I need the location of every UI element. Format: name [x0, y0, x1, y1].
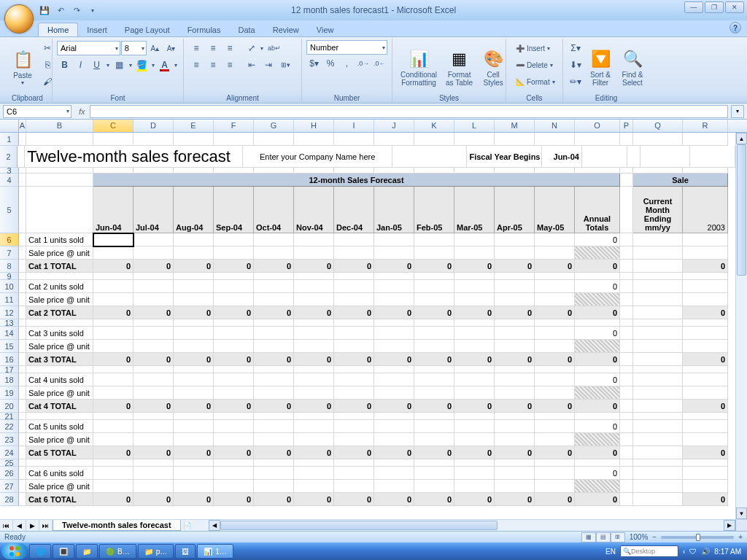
cat-total[interactable]: 0	[133, 446, 174, 459]
cell[interactable]	[683, 373, 728, 386]
cat-total[interactable]: 0	[334, 400, 374, 413]
fill-button[interactable]: ⬇▾	[568, 57, 584, 73]
month-header[interactable]: Aug-04	[174, 187, 214, 233]
cell[interactable]	[683, 133, 728, 146]
row-header-18[interactable]: 18	[0, 373, 19, 386]
cat-units-label[interactable]: Cat 3 units sold	[26, 327, 93, 340]
cell[interactable]	[454, 233, 495, 246]
align-top-button[interactable]: ≡	[188, 40, 204, 56]
cell[interactable]	[495, 366, 535, 373]
help-button[interactable]: ?	[729, 22, 741, 34]
cell[interactable]	[19, 386, 26, 400]
cell[interactable]	[633, 446, 683, 459]
cell[interactable]	[374, 386, 414, 400]
cell[interactable]	[174, 366, 214, 373]
row-header-16[interactable]: 16	[0, 353, 19, 366]
cell[interactable]	[93, 293, 133, 306]
cell[interactable]	[294, 327, 334, 340]
cell[interactable]	[294, 319, 334, 327]
cat-total-label[interactable]: Cat 5 TOTAL	[26, 446, 93, 459]
cell[interactable]	[535, 413, 575, 420]
cell[interactable]	[495, 433, 535, 446]
cat-total[interactable]: 0	[495, 400, 535, 413]
cell[interactable]	[575, 459, 620, 467]
cat-total[interactable]: 0	[174, 306, 214, 319]
row-header-17[interactable]: 17	[0, 366, 19, 373]
cell[interactable]	[254, 433, 294, 446]
cat-total[interactable]: 0	[374, 353, 414, 366]
cell[interactable]	[620, 420, 633, 433]
increase-decimal-button[interactable]: .0→	[355, 55, 371, 71]
cat-total[interactable]: 0	[174, 400, 214, 413]
tray-icon[interactable]: ‹	[683, 548, 685, 556]
cell[interactable]	[454, 133, 495, 146]
cat-total[interactable]: 0	[214, 306, 254, 319]
cell[interactable]	[93, 273, 133, 280]
increase-indent-button[interactable]: ⇥	[260, 57, 276, 73]
undo-icon[interactable]: ↶	[54, 4, 67, 17]
cell[interactable]	[454, 273, 495, 280]
cat-total[interactable]: 0	[535, 353, 575, 366]
formula-input[interactable]	[90, 105, 728, 118]
cell[interactable]	[174, 133, 214, 146]
shrink-font-button[interactable]: A▾	[163, 40, 179, 56]
cell[interactable]	[535, 373, 575, 386]
cat-total-label[interactable]: Cat 4 TOTAL	[26, 400, 93, 413]
cell[interactable]	[214, 420, 254, 433]
cell[interactable]	[174, 280, 214, 293]
cat-total[interactable]: 0	[93, 260, 133, 273]
cat-total[interactable]: 0	[454, 353, 495, 366]
scroll-right-button[interactable]: ▶	[724, 520, 735, 531]
col-header-L[interactable]: L	[454, 120, 495, 132]
align-bottom-button[interactable]: ≡	[222, 40, 238, 56]
selected-cell[interactable]	[93, 233, 133, 246]
cell[interactable]	[19, 340, 26, 353]
cell[interactable]	[414, 459, 454, 467]
cat-total[interactable]: 0	[495, 353, 535, 366]
cell[interactable]	[294, 420, 334, 433]
fx-icon[interactable]: fx	[74, 107, 90, 116]
cell[interactable]	[133, 340, 174, 353]
col-header-D[interactable]: D	[133, 120, 174, 132]
cell[interactable]	[414, 480, 454, 493]
save-icon[interactable]: 💾	[38, 4, 51, 17]
cat-units-label[interactable]: Cat 4 units sold	[26, 373, 93, 386]
cell[interactable]	[93, 366, 133, 373]
cell[interactable]	[254, 420, 294, 433]
cat-total[interactable]: 0	[454, 306, 495, 319]
tab-review[interactable]: Review	[264, 23, 308, 36]
next-sheet-button[interactable]: ▶	[26, 520, 39, 531]
cell[interactable]	[214, 459, 254, 467]
cell[interactable]	[133, 373, 174, 386]
cat-total[interactable]: 0	[254, 493, 294, 506]
cell[interactable]	[620, 260, 633, 273]
qat-customize-icon[interactable]: ▾	[86, 4, 99, 17]
cell[interactable]	[214, 340, 254, 353]
redo-icon[interactable]: ↷	[70, 4, 83, 17]
zoom-thumb[interactable]	[696, 534, 700, 541]
cell[interactable]	[454, 327, 495, 340]
cat-total[interactable]: 0	[454, 493, 495, 506]
cell[interactable]	[633, 459, 683, 467]
cell[interactable]	[294, 233, 334, 246]
cat-total[interactable]: 0	[495, 446, 535, 459]
cell[interactable]	[93, 386, 133, 400]
cell[interactable]	[214, 413, 254, 420]
cat-total[interactable]: 0	[495, 306, 535, 319]
cell[interactable]	[174, 413, 214, 420]
cell[interactable]	[254, 340, 294, 353]
cell[interactable]	[620, 319, 633, 327]
cat-total[interactable]: 0	[214, 400, 254, 413]
cell[interactable]	[454, 433, 495, 446]
annual-units[interactable]: 0	[575, 373, 620, 386]
cell[interactable]	[374, 373, 414, 386]
cat-total[interactable]: 0	[93, 306, 133, 319]
cell[interactable]	[214, 480, 254, 493]
cell[interactable]	[19, 273, 26, 280]
cell[interactable]	[414, 319, 454, 327]
cell[interactable]	[575, 273, 620, 280]
cell[interactable]	[294, 366, 334, 373]
cell[interactable]	[294, 293, 334, 306]
cell[interactable]	[133, 280, 174, 293]
italic-button[interactable]: I	[73, 57, 88, 73]
